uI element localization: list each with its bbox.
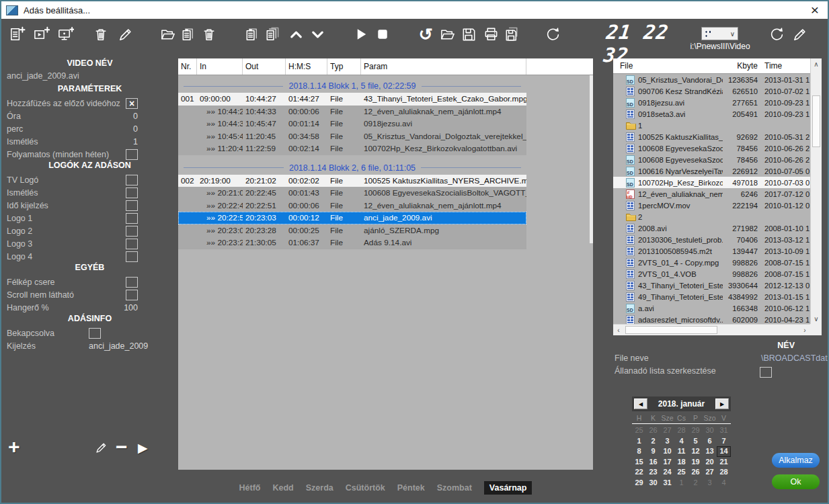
file-row[interactable]: 2008.avi2719822008-01-10 1 bbox=[613, 222, 810, 234]
day-28[interactable]: 28 bbox=[717, 467, 731, 478]
move-up-icon[interactable] bbox=[286, 24, 306, 44]
playlist-row[interactable]: »» 10:44:2710:44:3300:00:06File12_éven_a… bbox=[178, 106, 526, 118]
day-4[interactable]: 4 bbox=[717, 478, 731, 489]
save-icon[interactable] bbox=[459, 24, 479, 44]
column-in[interactable]: In bbox=[197, 58, 243, 75]
file-row[interactable]: 0918seta3.avi2054912010-09-23 1 bbox=[613, 108, 810, 120]
day-29[interactable]: 29 bbox=[688, 425, 703, 436]
playlist-row[interactable]: »» 11:20:4511:22:5900:02:14File100702Hp_… bbox=[178, 142, 526, 155]
add-screen-icon[interactable] bbox=[55, 24, 75, 44]
day-6[interactable]: 6 bbox=[703, 436, 717, 447]
tab-szerda[interactable]: Szerda bbox=[306, 483, 333, 493]
day-2[interactable]: 2 bbox=[646, 436, 660, 447]
tab-csütörtök[interactable]: Csütörtök bbox=[346, 483, 385, 493]
add-entry-icon[interactable]: + bbox=[8, 435, 20, 458]
allando-lista-checkbox[interactable] bbox=[760, 367, 772, 378]
day-29[interactable]: 29 bbox=[632, 478, 646, 489]
day-30[interactable]: 30 bbox=[646, 478, 660, 489]
tv-logo-checkbox[interactable] bbox=[126, 175, 138, 185]
column-time[interactable]: Time bbox=[758, 61, 810, 71]
playlist-row[interactable]: 00220:19:0020:21:0200:02:02File100525 Ka… bbox=[178, 175, 526, 187]
day-26[interactable]: 26 bbox=[688, 467, 703, 478]
column-out[interactable]: Out bbox=[243, 58, 286, 75]
day-14[interactable]: 14 bbox=[717, 446, 731, 457]
save-multi-icon[interactable] bbox=[502, 24, 522, 44]
day-18[interactable]: 18 bbox=[674, 457, 688, 468]
day-27[interactable]: 27 bbox=[660, 425, 674, 436]
open-icon[interactable] bbox=[438, 24, 458, 44]
scroll-left-icon[interactable]: ‹ bbox=[613, 325, 624, 335]
hozzafuzes-checkbox[interactable]: × bbox=[126, 98, 138, 109]
tab-vasárnap[interactable]: Vasárnap bbox=[484, 481, 532, 495]
playlist-scrollbar[interactable] bbox=[590, 75, 593, 243]
print-icon[interactable] bbox=[481, 24, 501, 44]
day-31[interactable]: 31 bbox=[717, 425, 731, 436]
day-9[interactable]: 9 bbox=[646, 446, 660, 457]
close-icon[interactable]: × bbox=[811, 1, 819, 19]
calendar-next-icon[interactable]: ▶ bbox=[715, 398, 729, 409]
file-row[interactable]: adasreszlet_microsoftdv...6020092010-04-… bbox=[613, 314, 810, 324]
playlist-row[interactable]: »» 20:21:0220:22:4500:01:43File100608 Eg… bbox=[178, 187, 526, 200]
day-16[interactable]: 16 bbox=[646, 457, 660, 468]
add-document-icon[interactable] bbox=[7, 24, 27, 44]
day-12[interactable]: 12 bbox=[688, 446, 703, 457]
logo-2-checkbox[interactable] bbox=[126, 226, 138, 237]
felkep-csere-checkbox[interactable] bbox=[126, 277, 138, 288]
logo-4-checkbox[interactable] bbox=[126, 251, 138, 262]
scroll-up-icon[interactable]: ∧ bbox=[811, 58, 822, 69]
day-25[interactable]: 25 bbox=[632, 425, 646, 436]
file-row[interactable]: 2VTS_01_4 - Copy.mpg9988262008-07-15 1 bbox=[613, 257, 810, 268]
scroll-nem-lathato-checkbox[interactable] bbox=[126, 290, 138, 300]
file-row[interactable]: 2VTS_01_4.VOB9988262008-07-15 1 bbox=[613, 268, 810, 280]
column-hms[interactable]: H:M:S bbox=[286, 58, 327, 75]
preview-play-icon[interactable]: ▶ bbox=[138, 440, 148, 456]
playlist-row[interactable]: »» 20:22:4520:22:5100:00:06File12_éven_a… bbox=[178, 200, 526, 212]
tab-kedd[interactable]: Kedd bbox=[272, 483, 293, 493]
day-28[interactable]: 28 bbox=[674, 425, 688, 436]
day-3[interactable]: 3 bbox=[703, 478, 717, 489]
day-7[interactable]: 7 bbox=[717, 436, 731, 447]
tab-szombat[interactable]: Szombat bbox=[437, 483, 472, 493]
open-folder-icon[interactable] bbox=[158, 24, 178, 44]
file-row[interactable]: 100608 EgyevesekaSzoci...784562010-06-26… bbox=[613, 142, 810, 154]
alkalmaz-button[interactable]: Alkalmaz bbox=[772, 453, 820, 468]
tab-péntek[interactable]: Péntek bbox=[397, 483, 425, 493]
file-hscrollbar[interactable]: ‹ › bbox=[613, 324, 810, 335]
day-10[interactable]: 10 bbox=[660, 446, 674, 457]
folder-row[interactable]: 1 bbox=[613, 120, 810, 131]
file-row[interactable]: SDa.avi1663482010-06-12 1 bbox=[613, 302, 810, 314]
file-row[interactable]: 1percMOV.mov2221942010-01-12 0 bbox=[613, 200, 810, 211]
column-kbyte[interactable]: Kbyte bbox=[723, 61, 758, 71]
folyamatos-checkbox[interactable] bbox=[126, 149, 138, 160]
edit-files-icon[interactable] bbox=[789, 24, 810, 44]
column-param[interactable]: Param bbox=[361, 58, 526, 75]
playlist-row[interactable]: »» 10:44:3310:45:4700:01:14File0918jezsu… bbox=[178, 118, 526, 130]
day-25[interactable]: 25 bbox=[674, 467, 688, 478]
file-row[interactable]: 100525 KaktuszKiallitas_...926922010-05-… bbox=[613, 131, 810, 142]
day-26[interactable]: 26 bbox=[646, 425, 660, 436]
undo-icon[interactable]: ↺ bbox=[416, 24, 436, 44]
calendar-prev-icon[interactable]: ◀ bbox=[634, 398, 647, 409]
day-3[interactable]: 3 bbox=[660, 436, 674, 447]
day-30[interactable]: 30 bbox=[703, 425, 717, 436]
file-row[interactable]: 20130306_testuleti_prob...704062013-03-1… bbox=[613, 234, 810, 245]
day-1[interactable]: 1 bbox=[632, 436, 646, 447]
logo-3-checkbox[interactable] bbox=[126, 239, 138, 249]
stop-icon[interactable] bbox=[372, 24, 393, 44]
file-row[interactable]: 49_Tihanyi_Tetoteri_Este...43849922013-0… bbox=[613, 291, 810, 302]
edit-pencil-icon[interactable] bbox=[115, 24, 135, 44]
day-23[interactable]: 23 bbox=[646, 467, 660, 478]
file-row[interactable]: FHD12_éven_aluliaknak_nem...62462017-07-… bbox=[613, 188, 810, 200]
day-13[interactable]: 13 bbox=[703, 446, 717, 457]
logo-1-checkbox[interactable] bbox=[126, 213, 138, 224]
copy-list-icon[interactable] bbox=[178, 24, 198, 44]
day-21[interactable]: 21 bbox=[717, 457, 731, 468]
playlist-row[interactable]: 00109:00:0010:44:2701:44:27File43_Tihany… bbox=[178, 93, 526, 106]
file-row[interactable]: 20131005085945.m2t1394472013-10-09 1 bbox=[613, 245, 810, 257]
day-15[interactable]: 15 bbox=[632, 457, 646, 468]
vscroll-thumb[interactable] bbox=[812, 95, 820, 147]
column-file[interactable]: File bbox=[613, 61, 723, 71]
refresh-files-icon[interactable] bbox=[766, 24, 787, 44]
remove-entry-icon[interactable]: − bbox=[116, 435, 128, 458]
column-nr[interactable]: Nr. bbox=[178, 58, 197, 75]
